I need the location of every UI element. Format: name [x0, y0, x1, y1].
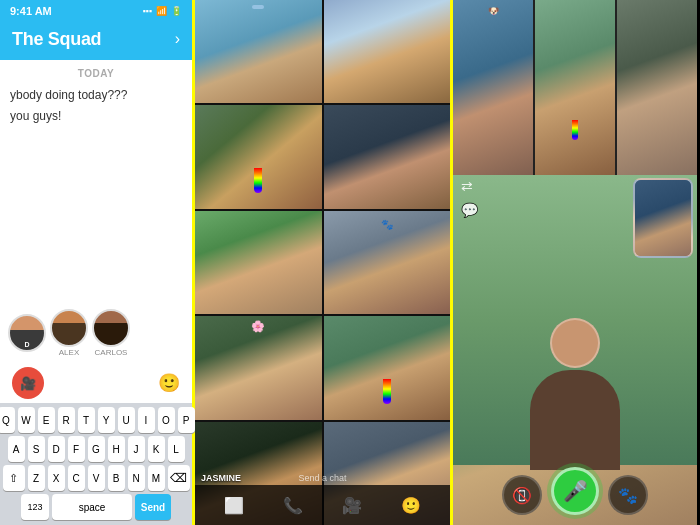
key-v[interactable]: V — [88, 465, 105, 491]
key-m[interactable]: M — [148, 465, 165, 491]
key-w[interactable]: W — [18, 407, 35, 433]
wifi-icon: 📶 — [156, 6, 167, 16]
key-r[interactable]: R — [58, 407, 75, 433]
battery-icon: 🔋 — [171, 6, 182, 16]
key-u[interactable]: U — [118, 407, 135, 433]
key-numbers[interactable]: 123 — [21, 494, 49, 520]
chat-message-1: ybody doing today??? — [10, 87, 182, 104]
avatar-carlos[interactable] — [92, 309, 130, 347]
avatar-david-wrapper: D — [8, 314, 46, 352]
right-cell-2 — [535, 0, 615, 175]
avatars-row: D ALEX CARLOS — [0, 303, 192, 363]
key-f[interactable]: F — [68, 436, 85, 462]
avatar-carlos-wrapper: CARLOS — [92, 309, 130, 357]
avatar-alex-wrapper: ALEX — [50, 309, 88, 357]
mid-name-tag: JASMINE — [201, 473, 241, 483]
phone-mockup: 9:41 AM ▪▪▪ 📶 🔋 The Squad › TODAY ybody … — [0, 0, 195, 525]
key-o[interactable]: O — [158, 407, 175, 433]
chat-message-2: you guys! — [10, 108, 182, 125]
swap-camera-icon[interactable]: ⇄ — [461, 178, 478, 194]
chat-header[interactable]: The Squad › — [0, 22, 192, 60]
key-x[interactable]: X — [48, 465, 65, 491]
video-call-button[interactable]: 🎥 — [12, 367, 44, 399]
chat-title: The Squad — [12, 29, 101, 50]
dog-filter-icon: 🐾 — [618, 486, 638, 505]
phone-icon[interactable]: 📞 — [283, 496, 303, 515]
key-g[interactable]: G — [88, 436, 105, 462]
key-j[interactable]: J — [128, 436, 145, 462]
rainbow-filter — [254, 168, 262, 193]
key-z[interactable]: Z — [28, 465, 45, 491]
key-space[interactable]: space — [52, 494, 132, 520]
group-video-panel: 🐾 🌸 JASMINE Send a chat ⬜ 📞 🎥 🙂 — [195, 0, 453, 525]
vid-cell-3 — [195, 105, 322, 208]
key-shift[interactable]: ⇧ — [3, 465, 25, 491]
vid-cell-7: 🌸 — [195, 316, 322, 419]
end-call-button[interactable]: 📵 — [502, 475, 542, 515]
avatar-alex-label: ALEX — [59, 348, 79, 357]
key-a[interactable]: A — [8, 436, 25, 462]
key-n[interactable]: N — [128, 465, 145, 491]
keyboard-row-1: Q W E R T Y U I O P — [2, 407, 190, 433]
status-icons: ▪▪▪ 📶 🔋 — [142, 6, 182, 16]
vid-cell-1 — [195, 0, 322, 103]
mid-bottom-bar: ⬜ 📞 🎥 🙂 — [195, 485, 450, 525]
keyboard-row-3: ⇧ Z X C V B N M ⌫ — [2, 465, 190, 491]
avatar-david[interactable]: D — [8, 314, 46, 352]
signal-icon: ▪▪▪ — [142, 6, 152, 16]
right-cell-1: 🐶 — [453, 0, 533, 175]
video-icon[interactable]: 🎥 — [342, 496, 362, 515]
key-c[interactable]: C — [68, 465, 85, 491]
key-e[interactable]: E — [38, 407, 55, 433]
key-p[interactable]: P — [178, 407, 195, 433]
dog-filter-button[interactable]: 🐾 — [608, 475, 648, 515]
vid-cell-8 — [324, 316, 451, 419]
right-controls: 📵 🎤 🐾 — [453, 465, 697, 525]
phone-end-icon: 📵 — [512, 486, 532, 505]
right-top-icons: ⇄ 💬 — [461, 178, 478, 218]
key-b[interactable]: B — [108, 465, 125, 491]
keyboard-row-4: 123 space Send — [2, 494, 190, 520]
mic-icon: 🎤 — [563, 479, 588, 503]
vid-cell-5 — [195, 211, 322, 314]
chevron-right-icon[interactable]: › — [175, 30, 180, 48]
vid-cell-2 — [324, 0, 451, 103]
vid-cell-6: 🐾 — [324, 211, 451, 314]
key-t[interactable]: T — [78, 407, 95, 433]
chat-bubble-icon[interactable]: 💬 — [461, 202, 478, 218]
right-cell-3 — [617, 0, 697, 175]
vid-cell-4 — [324, 105, 451, 208]
status-bar: 9:41 AM ▪▪▪ 📶 🔋 — [0, 0, 192, 22]
right-grid-top: 🐶 — [453, 0, 697, 175]
key-q[interactable]: Q — [0, 407, 15, 433]
key-delete[interactable]: ⌫ — [168, 465, 190, 491]
status-time: 9:41 AM — [10, 5, 52, 17]
key-l[interactable]: L — [168, 436, 185, 462]
key-send[interactable]: Send — [135, 494, 171, 520]
action-row: 🎥 🙂 — [0, 363, 192, 403]
keyboard-row-2: A S D F G H J K L — [2, 436, 190, 462]
send-chat-label: Send a chat — [298, 473, 346, 483]
avatar-alex[interactable] — [50, 309, 88, 347]
mic-button[interactable]: 🎤 — [551, 467, 599, 515]
key-s[interactable]: S — [28, 436, 45, 462]
keyboard: Q W E R T Y U I O P A S D F G H J K L ⇧ … — [0, 403, 192, 525]
rainbow-filter-2 — [383, 379, 391, 404]
smiley-icon[interactable]: 🙂 — [401, 496, 421, 515]
key-k[interactable]: K — [148, 436, 165, 462]
stories-icon[interactable]: ⬜ — [224, 496, 244, 515]
emoji-button[interactable]: 🙂 — [158, 372, 180, 394]
key-d[interactable]: D — [48, 436, 65, 462]
date-label: TODAY — [10, 68, 182, 79]
chat-body: TODAY ybody doing today??? you guys! — [0, 60, 192, 303]
avatar-carlos-label: CARLOS — [95, 348, 128, 357]
video-call-panel: 🐶 ⇄ 💬 📵 🎤 🐾 — [453, 0, 697, 525]
self-view-thumbnail — [633, 178, 693, 258]
key-h[interactable]: H — [108, 436, 125, 462]
key-y[interactable]: Y — [98, 407, 115, 433]
key-i[interactable]: I — [138, 407, 155, 433]
